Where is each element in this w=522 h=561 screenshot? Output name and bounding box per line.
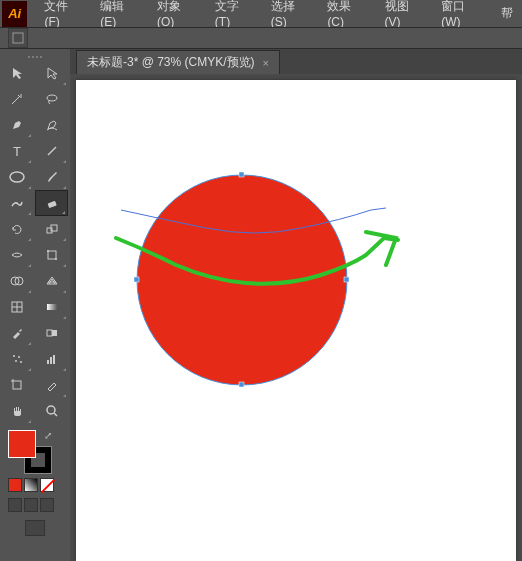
canvas-area[interactable] (70, 74, 522, 561)
svg-rect-5 (47, 201, 56, 208)
anchor-left[interactable] (134, 277, 139, 282)
free-transform-tool[interactable] (35, 242, 68, 268)
eraser-tool[interactable] (35, 190, 68, 216)
fill-stroke-swatch[interactable]: ⤢ (8, 430, 52, 474)
app-logo: Ai (2, 1, 27, 27)
canvas[interactable] (76, 80, 516, 561)
mesh-tool[interactable] (0, 294, 33, 320)
toolbox: T (0, 49, 70, 561)
rotate-tool[interactable] (0, 216, 33, 242)
menu-view[interactable]: 视图(V) (376, 0, 433, 27)
color-swatches: ⤢ (0, 424, 70, 540)
perspective-tool[interactable] (35, 268, 68, 294)
color-mode-gradient[interactable] (24, 478, 38, 492)
width-tool[interactable] (0, 242, 33, 268)
shaper-tool[interactable] (0, 190, 33, 216)
anchor-top[interactable] (239, 172, 244, 177)
symbol-sprayer-tool[interactable] (0, 346, 33, 372)
svg-line-30 (54, 413, 57, 416)
menubar: Ai 文件(F) 编辑(E) 对象(O) 文字(T) 选择(S) 效果(C) 视… (0, 0, 522, 27)
svg-line-3 (48, 147, 56, 155)
color-mode-none[interactable] (40, 478, 54, 492)
zoom-tool[interactable] (35, 398, 68, 424)
toolbox-handle[interactable] (0, 53, 70, 60)
control-no-selection[interactable] (8, 28, 28, 48)
direct-selection-tool[interactable] (35, 60, 68, 86)
draw-behind[interactable] (24, 498, 38, 512)
draw-normal[interactable] (8, 498, 22, 512)
swap-fill-stroke-icon[interactable]: ⤢ (44, 430, 52, 441)
svg-point-29 (47, 406, 55, 414)
line-tool[interactable] (35, 138, 68, 164)
svg-point-22 (20, 361, 22, 363)
screen-mode[interactable] (25, 520, 45, 536)
workspace: 未标题-3* @ 73% (CMYK/预览) × (70, 49, 522, 561)
scale-tool[interactable] (35, 216, 68, 242)
svg-rect-0 (13, 33, 23, 43)
svg-rect-23 (47, 360, 49, 364)
tab-close-icon[interactable]: × (263, 57, 269, 69)
anchor-right[interactable] (344, 277, 349, 282)
draw-inside[interactable] (40, 498, 54, 512)
eyedropper-tool[interactable] (0, 320, 33, 346)
selection-tool[interactable] (0, 60, 33, 86)
svg-rect-25 (53, 355, 55, 364)
control-strip (0, 27, 522, 49)
svg-rect-24 (50, 357, 52, 364)
svg-point-10 (55, 258, 57, 260)
menu-object[interactable]: 对象(O) (148, 0, 206, 27)
menu-items: 文件(F) 编辑(E) 对象(O) 文字(T) 选择(S) 效果(C) 视图(V… (35, 0, 522, 27)
artboard-tool[interactable] (0, 372, 33, 398)
lasso-tool[interactable] (35, 86, 68, 112)
menu-help[interactable]: 帮 (492, 0, 522, 27)
hand-tool[interactable] (0, 398, 33, 424)
ellipse-tool[interactable] (0, 164, 33, 190)
color-mode-solid[interactable] (8, 478, 22, 492)
menu-window[interactable]: 窗口(W) (432, 0, 492, 27)
menu-effect[interactable]: 效果(C) (318, 0, 375, 27)
svg-rect-8 (48, 251, 56, 259)
magic-wand-tool[interactable] (0, 86, 33, 112)
svg-text:T: T (13, 144, 21, 158)
fill-color[interactable] (8, 430, 36, 458)
svg-rect-18 (52, 330, 57, 336)
column-graph-tool[interactable] (35, 346, 68, 372)
type-tool[interactable]: T (0, 138, 33, 164)
svg-rect-16 (47, 304, 57, 310)
gradient-tool[interactable] (35, 294, 68, 320)
artwork[interactable] (76, 80, 516, 561)
document-tab[interactable]: 未标题-3* @ 73% (CMYK/预览) × (76, 50, 280, 74)
paintbrush-tool[interactable] (35, 164, 68, 190)
svg-point-20 (18, 356, 20, 358)
slice-tool[interactable] (35, 372, 68, 398)
tab-bar: 未标题-3* @ 73% (CMYK/预览) × (70, 49, 522, 74)
svg-rect-26 (13, 381, 21, 389)
circle-shape[interactable] (137, 175, 347, 385)
svg-rect-17 (47, 330, 52, 336)
svg-point-4 (10, 172, 24, 182)
menu-edit[interactable]: 编辑(E) (91, 0, 148, 27)
svg-point-21 (15, 360, 17, 362)
tab-title: 未标题-3* @ 73% (CMYK/预览) (87, 54, 255, 71)
curvature-tool[interactable] (35, 112, 68, 138)
svg-point-19 (13, 355, 15, 357)
menu-select[interactable]: 选择(S) (262, 0, 319, 27)
menu-type[interactable]: 文字(T) (206, 0, 262, 27)
svg-point-9 (47, 250, 49, 252)
menu-file[interactable]: 文件(F) (35, 0, 91, 27)
pen-tool[interactable] (0, 112, 33, 138)
anchor-bottom[interactable] (239, 382, 244, 387)
blend-tool[interactable] (35, 320, 68, 346)
shape-builder-tool[interactable] (0, 268, 33, 294)
